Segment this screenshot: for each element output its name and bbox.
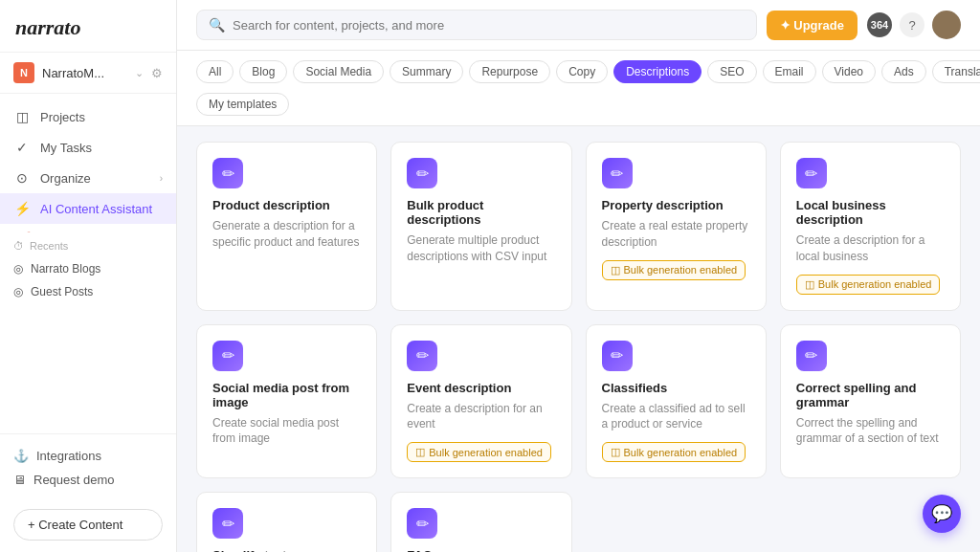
workspace-name: NarratoM...: [42, 66, 127, 80]
bulk-icon: ◫: [611, 446, 620, 458]
arrow-right-icon: ›: [160, 173, 163, 184]
sidebar-item-label: Organize: [40, 171, 91, 186]
card-icon: ✏: [212, 158, 243, 188]
tasks-icon: ✓: [13, 140, 31, 155]
workspace-selector[interactable]: N NarratoM... ⌄ ⚙: [0, 53, 176, 94]
card-desc: Create a description for an event: [407, 401, 555, 433]
card-title: Local business description: [796, 198, 945, 227]
request-demo-link[interactable]: 🖥 Request demo: [13, 468, 163, 492]
recents-section: ⏱ Recents ◎ Narrato Blogs ◎ Guest Posts: [0, 232, 176, 311]
card-title: Classifieds: [602, 381, 750, 395]
filter-chip-ads[interactable]: Ads: [881, 60, 926, 83]
filter-chip-summary[interactable]: Summary: [390, 60, 463, 83]
card-faq[interactable]: ✏ FAQ Generates FAQs for a topic ◫ Bulk …: [390, 492, 571, 552]
sidebar-item-organize[interactable]: ⊙ Organize ›: [0, 163, 176, 193]
search-bar[interactable]: 🔍: [196, 10, 757, 40]
card-title: Bulk product descriptions: [407, 198, 555, 227]
filter-chip-email[interactable]: Email: [763, 60, 816, 83]
bulk-icon: ◫: [805, 278, 814, 291]
organize-icon: ⊙: [13, 170, 31, 186]
card-property-description[interactable]: ✏ Property description Create a real est…: [586, 142, 767, 311]
card-correct-spelling-grammar[interactable]: ✏ Correct spelling and grammar Correct t…: [780, 324, 961, 479]
sidebar-item-my-tasks[interactable]: ✓ My Tasks: [0, 132, 176, 163]
sidebar-item-label: My Tasks: [40, 141, 92, 155]
card-desc: Create a description for a local busines…: [796, 232, 945, 265]
card-icon: ✏: [407, 341, 437, 371]
logo-area: narrato: [0, 0, 176, 53]
card-desc: Create a classified ad to sell a product…: [602, 401, 750, 433]
search-icon: 🔍: [209, 17, 225, 33]
filter-chip-blog[interactable]: Blog: [239, 60, 287, 83]
user-avatar[interactable]: [932, 11, 961, 39]
card-product-description[interactable]: ✏ Product description Generate a descrip…: [196, 142, 377, 311]
card-icon: ✏: [796, 341, 827, 371]
integrations-link[interactable]: ⚓ Integrations: [13, 444, 163, 468]
sidebar-item-label: Projects: [40, 110, 85, 124]
card-desc: Create social media post from image: [212, 415, 361, 448]
post-icon: ◎: [13, 285, 23, 298]
anchor-icon: ⚓: [13, 449, 29, 463]
card-title: Product description: [212, 198, 361, 212]
filter-bar: All Blog Social Media Summary Repurpose …: [177, 51, 980, 126]
card-title: FAQ: [407, 548, 555, 552]
card-icon: ✏: [407, 508, 437, 539]
recent-item-narrato-blogs[interactable]: ◎ Narrato Blogs: [13, 257, 163, 280]
bulk-badge: ◫ Bulk generation enabled: [602, 442, 746, 462]
card-title: Social media post from image: [212, 381, 361, 409]
card-title: Simplify text: [212, 548, 361, 552]
sidebar-item-ai-content-assistant[interactable]: ⚡ AI Content Assistant: [0, 193, 176, 224]
card-icon: ✏: [602, 158, 633, 188]
filter-chip-all[interactable]: All: [196, 60, 234, 83]
clock-icon: ⏱: [13, 240, 24, 252]
card-title: Event description: [407, 381, 555, 395]
main-nav: ◫ Projects ✓ My Tasks ⊙ Organize › ⚡ AI …: [0, 94, 176, 232]
help-button[interactable]: ?: [900, 12, 924, 37]
main-content: 🔍 ✦ Upgrade 364 ? All Blog Social Media …: [177, 0, 980, 552]
filter-chip-descriptions[interactable]: Descriptions: [613, 60, 702, 83]
card-desc: Correct the spelling and grammar of a se…: [796, 415, 945, 448]
card-social-media-post-from-image[interactable]: ✏ Social media post from image Create so…: [196, 324, 377, 479]
sidebar-item-projects[interactable]: ◫ Projects: [0, 101, 176, 132]
recents-label: ⏱ Recents: [13, 240, 163, 252]
recent-item-guest-posts[interactable]: ◎ Guest Posts: [13, 280, 163, 303]
monitor-icon: 🖥: [13, 473, 26, 487]
card-title: Correct spelling and grammar: [796, 381, 945, 409]
card-desc: Create a real estate property descriptio…: [602, 218, 750, 251]
filter-chip-seo[interactable]: SEO: [707, 60, 756, 83]
notification-badge[interactable]: 364: [867, 12, 892, 37]
create-content-button[interactable]: + Create Content: [13, 509, 163, 541]
card-bulk-product-descriptions[interactable]: ✏ Bulk product descriptions Generate mul…: [390, 142, 571, 311]
bulk-badge: ◫ Bulk generation enabled: [407, 442, 551, 462]
card-classifieds[interactable]: ✏ Classifieds Create a classified ad to …: [586, 324, 767, 479]
card-local-business-description[interactable]: ✏ Local business description Create a de…: [780, 142, 961, 311]
card-title: Property description: [602, 198, 750, 212]
sidebar-footer: ⚓ Integrations 🖥 Request demo: [0, 433, 176, 501]
chevron-down-icon: ⌄: [135, 67, 144, 79]
sidebar-item-label: AI Content Assistant: [40, 202, 152, 216]
chat-bubble-button[interactable]: 💬: [923, 495, 961, 533]
bulk-icon: ◫: [415, 446, 425, 458]
sidebar-item-ai-content-genie[interactable]: 🚀 AI Content Genie: [0, 224, 176, 232]
filter-chip-copy[interactable]: Copy: [556, 60, 608, 83]
sidebar: narrato N NarratoM... ⌄ ⚙ ◫ Projects ✓ M…: [0, 0, 177, 552]
upgrade-button[interactable]: ✦ Upgrade: [767, 11, 858, 40]
my-templates-chip[interactable]: My templates: [196, 93, 289, 116]
my-templates-row: My templates: [196, 93, 961, 125]
card-icon: ✏: [212, 341, 243, 371]
gear-icon[interactable]: ⚙: [151, 66, 163, 80]
lightning-icon: ⚡: [13, 201, 31, 216]
filter-chips-row: All Blog Social Media Summary Repurpose …: [196, 60, 961, 93]
filter-chip-video[interactable]: Video: [822, 60, 876, 83]
card-event-description[interactable]: ✏ Event description Create a description…: [390, 324, 571, 479]
workspace-icon: N: [13, 62, 34, 83]
header: 🔍 ✦ Upgrade 364 ?: [177, 0, 980, 51]
search-input[interactable]: [233, 18, 745, 33]
filter-chip-repurpose[interactable]: Repurpose: [469, 60, 550, 83]
blog-icon: ◎: [13, 262, 23, 276]
filter-chip-social-media[interactable]: Social Media: [293, 60, 384, 83]
card-simplify-text[interactable]: ✏ Simplify text Simplify a section of te…: [196, 492, 377, 552]
card-icon: ✏: [212, 508, 243, 539]
header-icons: 364 ?: [867, 11, 961, 39]
filter-chip-translate[interactable]: Translate: [932, 60, 980, 83]
card-desc: Generate a description for a specific pr…: [212, 218, 361, 251]
